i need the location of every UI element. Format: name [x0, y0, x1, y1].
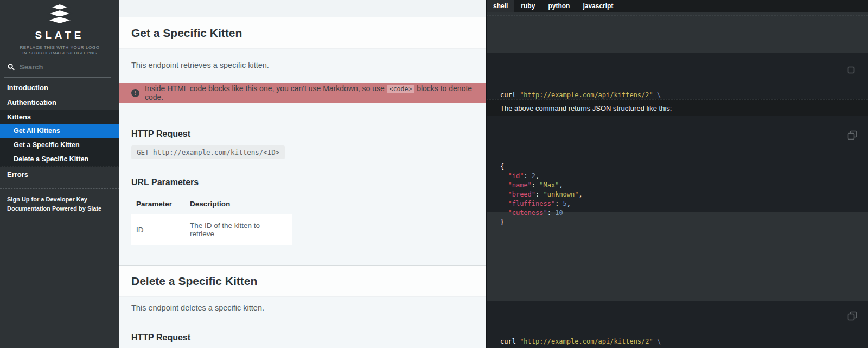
signup-developer-key-link[interactable]: Sign Up for a Developer Key [7, 195, 112, 204]
section-title: Delete a Specific Kitten [131, 275, 257, 288]
http-request-endpoint-code: GET http://example.com/kittens/<ID> [131, 145, 285, 159]
sidebar-item-get-a-specific-kitten[interactable]: Get a Specific Kitten [0, 138, 119, 152]
search-icon [8, 64, 15, 71]
previous-section-tail [119, 0, 486, 17]
tab-ruby[interactable]: ruby [514, 0, 541, 12]
code-line: "name": "Max", [500, 181, 868, 190]
slate-logo-icon [45, 3, 74, 25]
warning-text: Inside HTML code blocks like this one, y… [145, 84, 474, 102]
sidebar-footer: Sign Up for a Developer Key Documentatio… [0, 188, 119, 213]
delete-curl-code-block: curl "http://example.com/api/kittens/2" … [487, 301, 868, 348]
copy-icon[interactable] [847, 311, 857, 321]
search-input[interactable]: Search [4, 60, 111, 78]
sidebar-item-kittens[interactable]: Kittens [0, 110, 119, 124]
endpoint-description: This endpoint retrieves a specific kitte… [131, 61, 474, 69]
table-header-description: Description [185, 195, 292, 214]
search-placeholder: Search [20, 63, 43, 71]
main-content: Get a Specific Kitten This endpoint retr… [119, 0, 486, 348]
language-selector: shell ruby python javascript [487, 0, 868, 12]
code-line: "fluffiness": 5, [500, 199, 868, 208]
warning-banner: ! Inside HTML code blocks like this one,… [119, 83, 486, 103]
sidebar-item-errors[interactable]: Errors [0, 167, 119, 182]
logo-title: SLATE [0, 29, 119, 41]
param-name-cell: ID [131, 214, 185, 245]
table-row: ID The ID of the kitten to retrieve [131, 214, 292, 245]
endpoint-description: This endpoint deletes a specific kitten. [131, 303, 474, 312]
page-title: Get a Specific Kitten [131, 27, 242, 40]
get-curl-code-block: curl "http://example.com/api/kittens/2" … [487, 53, 868, 99]
powered-by-slate-link[interactable]: Documentation Powered by Slate [7, 204, 112, 213]
code-line: curl "http://example.com/api/kittens/2" … [500, 337, 868, 346]
code-line: { [500, 162, 868, 172]
code-token: <code> [387, 85, 415, 93]
sidebar-item-authentication[interactable]: Authentication [0, 95, 119, 110]
tab-python[interactable]: python [541, 0, 576, 12]
sidebar-item-get-all-kittens[interactable]: Get All Kittens [0, 124, 119, 138]
section-heading-band: Delete a Specific Kitten [119, 265, 486, 297]
table-of-contents: Introduction Authentication Kittens Get … [0, 80, 119, 182]
code-line: "cuteness": 10 [500, 208, 868, 218]
code-line: } [500, 218, 868, 227]
param-description-cell: The ID of the kitten to retrieve [185, 214, 292, 245]
response-intro-text: The above command returns JSON structure… [487, 99, 868, 116]
tab-javascript[interactable]: javascript [576, 0, 620, 12]
copy-icon[interactable] [847, 64, 857, 74]
http-request-heading: HTTP Request [131, 333, 474, 343]
sidebar-item-delete-a-specific-kitten[interactable]: Delete a Specific Kitten [0, 152, 119, 166]
tab-shell[interactable]: shell [487, 0, 514, 12]
table-header-parameter: Parameter [131, 195, 185, 214]
delete-kitten-section: Delete a Specific Kitten This endpoint d… [119, 265, 486, 343]
code-line: "id": 2, [500, 172, 868, 181]
logo-tagline: REPLACE THIS WITH YOUR LOGO IN SOURCE/IM… [0, 45, 119, 56]
exclamation-circle-icon: ! [131, 89, 139, 97]
sidebar-item-introduction[interactable]: Introduction [0, 80, 119, 95]
json-response-code-block: { "id": 2, "name": "Max", "breed": "unkn… [487, 116, 868, 212]
url-parameters-heading: URL Parameters [131, 178, 474, 187]
section-divider [487, 15, 868, 16]
url-parameters-table: Parameter Description ID The ID of the k… [131, 195, 292, 245]
logo: SLATE REPLACE THIS WITH YOUR LOGO IN SOU… [0, 3, 119, 56]
copy-icon[interactable] [847, 130, 857, 140]
code-line: curl "http://example.com/api/kittens/2" … [500, 91, 868, 100]
code-line: "breed": "unknown", [500, 190, 868, 199]
section-heading-band: Get a Specific Kitten [119, 17, 486, 49]
sidebar: SLATE REPLACE THIS WITH YOUR LOGO IN SOU… [0, 0, 119, 348]
http-request-heading: HTTP Request [131, 129, 474, 139]
code-examples-panel: shell ruby python javascript curl "http:… [486, 0, 868, 348]
